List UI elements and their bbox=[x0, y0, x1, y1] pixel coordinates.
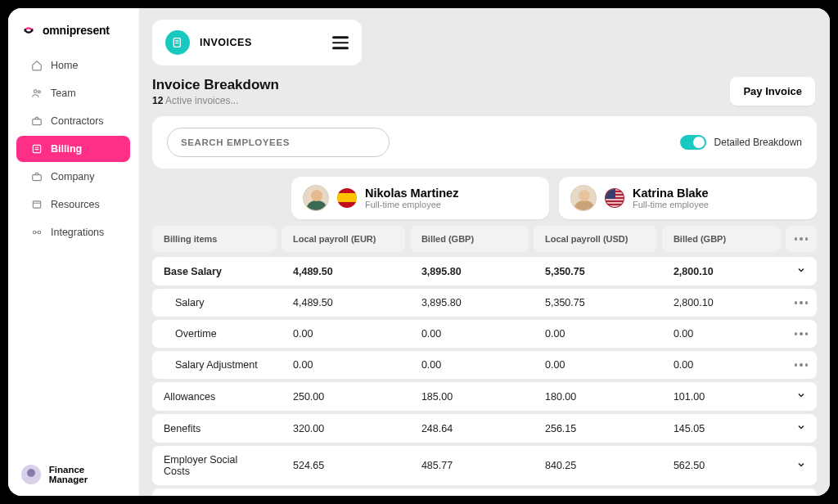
cell-label: Overtime bbox=[152, 320, 277, 348]
employee-spacer bbox=[152, 177, 282, 219]
svg-point-1 bbox=[38, 91, 40, 93]
svg-point-7 bbox=[38, 231, 41, 234]
more-icon bbox=[795, 332, 809, 335]
nav-label: Billing bbox=[51, 143, 82, 155]
nav-item-contractors[interactable]: Contractors bbox=[16, 108, 130, 134]
more-icon bbox=[795, 237, 809, 241]
table-row[interactable]: Base Salary4,489.503,895.805,350.752,800… bbox=[152, 257, 817, 286]
avatar-icon bbox=[303, 185, 329, 211]
page-title: Invoice Breakdown bbox=[152, 77, 279, 93]
nav-item-company[interactable]: Company bbox=[16, 164, 130, 190]
pay-invoice-button[interactable]: Pay Invoice bbox=[730, 77, 815, 106]
invoices-pill[interactable]: INVOICES bbox=[152, 20, 362, 65]
cell-billed-b: 562.50 bbox=[662, 446, 781, 485]
brand-name: omnipresent bbox=[43, 24, 110, 37]
invoice-sub-text: Active invoices... bbox=[163, 95, 238, 106]
svg-point-0 bbox=[34, 90, 38, 93]
th-actions[interactable] bbox=[786, 226, 817, 252]
table-row: Overtime0.000.000.000.00 bbox=[152, 320, 817, 348]
nav-item-integrations[interactable]: Integrations bbox=[16, 219, 130, 245]
cell-billed-a: 3,895.80 bbox=[410, 257, 529, 286]
cell-billed-a: 485.77 bbox=[410, 446, 529, 485]
row-action[interactable] bbox=[786, 446, 817, 485]
cell-local-b: 256.15 bbox=[534, 414, 657, 443]
cell-billed-b: 2,800.10 bbox=[662, 257, 781, 286]
table-row[interactable]: Allowances250.00185.00180.00101.00 bbox=[152, 382, 817, 411]
usa-flag-icon bbox=[605, 188, 624, 208]
invoices-label: INVOICES bbox=[200, 37, 252, 48]
nav-item-resources[interactable]: Resources bbox=[16, 191, 130, 218]
detailed-toggle-wrap: Detailed Breakdown bbox=[680, 135, 802, 150]
row-action[interactable] bbox=[786, 414, 817, 443]
cell-billed-a: 75.50 bbox=[410, 488, 529, 496]
cell-local-a: 90.00 bbox=[282, 488, 405, 496]
employee-cards: Nikolas Martinez Full-time employee Katr… bbox=[139, 177, 830, 226]
cell-billed-b: 145.05 bbox=[662, 414, 781, 443]
cell-label: Employer Social Costs bbox=[152, 446, 277, 485]
employee-info: Nikolas Martinez Full-time employee bbox=[365, 187, 458, 209]
detailed-toggle[interactable] bbox=[680, 135, 706, 150]
cell-billed-b: 0.00 bbox=[662, 320, 781, 348]
nav-item-home[interactable]: Home bbox=[16, 52, 130, 79]
briefcase-icon bbox=[31, 115, 43, 127]
cell-local-b: 0.00 bbox=[534, 351, 657, 379]
cell-label: Base Salary bbox=[152, 257, 277, 286]
cell-local-a: 4,489.50 bbox=[282, 289, 405, 317]
employee-card-katrina[interactable]: Katrina Blake Full-time employee bbox=[559, 177, 817, 219]
th-billed-gbp-2: Billed (GBP) bbox=[662, 226, 781, 252]
nav-label: Contractors bbox=[51, 115, 104, 127]
row-action[interactable] bbox=[786, 351, 817, 379]
employee-role: Full-time employee bbox=[633, 200, 709, 209]
nav-label: Resources bbox=[51, 199, 100, 210]
table-row[interactable]: Benefits320.00248.64256.15145.05 bbox=[152, 414, 817, 443]
table: Billing items Local payroll (EUR) Billed… bbox=[139, 226, 830, 496]
chevron-down-icon bbox=[796, 422, 806, 434]
th-local-usd: Local payroll (USD) bbox=[534, 226, 657, 252]
brand-logo-icon bbox=[21, 23, 36, 38]
employee-info: Katrina Blake Full-time employee bbox=[633, 187, 709, 209]
row-action[interactable] bbox=[786, 320, 817, 348]
main: INVOICES Invoice Breakdown 12 Active inv… bbox=[139, 8, 830, 496]
row-action[interactable] bbox=[786, 257, 817, 286]
chevron-down-icon bbox=[796, 390, 806, 403]
employee-name: Katrina Blake bbox=[633, 187, 709, 200]
brand: omnipresent bbox=[8, 23, 138, 52]
menu-icon[interactable] bbox=[332, 33, 349, 52]
search-input[interactable] bbox=[167, 128, 390, 157]
cell-label: Salary Adjustment bbox=[152, 351, 277, 379]
cell-local-a: 0.00 bbox=[282, 320, 405, 348]
cell-local-b: 5,350.75 bbox=[534, 257, 657, 286]
cell-label: Benefits bbox=[152, 414, 277, 443]
employee-role: Full-time employee bbox=[365, 200, 458, 209]
cell-billed-a: 3,895.80 bbox=[410, 289, 529, 317]
company-icon bbox=[31, 171, 43, 182]
cell-local-b: 120.00 bbox=[534, 488, 657, 496]
cell-billed-a: 0.00 bbox=[410, 320, 529, 348]
nav-item-billing[interactable]: Billing bbox=[16, 136, 130, 162]
cell-label: Salary bbox=[152, 289, 277, 317]
nav-item-team[interactable]: Team bbox=[16, 80, 130, 106]
svg-point-6 bbox=[33, 231, 36, 234]
row-action[interactable] bbox=[786, 382, 817, 411]
more-icon bbox=[795, 301, 809, 304]
row-action[interactable] bbox=[786, 488, 817, 496]
home-icon bbox=[31, 60, 43, 71]
spain-flag-icon bbox=[337, 188, 357, 208]
sidebar-footer: Finance Manager bbox=[8, 453, 138, 496]
table-row[interactable]: Insurance90.0075.50120.0082.00 bbox=[152, 488, 817, 496]
cell-local-b: 180.00 bbox=[534, 382, 657, 411]
th-local-eur: Local payroll (EUR) bbox=[282, 226, 405, 252]
avatar-icon bbox=[570, 185, 597, 211]
topbar: INVOICES bbox=[139, 8, 830, 65]
cell-local-a: 0.00 bbox=[282, 351, 405, 379]
table-row[interactable]: Employer Social Costs524.65485.77840.255… bbox=[152, 446, 817, 485]
row-action[interactable] bbox=[786, 289, 817, 317]
team-icon bbox=[31, 88, 43, 99]
nav-label: Home bbox=[51, 60, 78, 71]
controls-card: Detailed Breakdown bbox=[152, 116, 817, 169]
cell-local-a: 524.65 bbox=[282, 446, 405, 485]
page-header: Invoice Breakdown 12 Active invoices... … bbox=[139, 65, 830, 113]
table-body: Base Salary4,489.503,895.805,350.752,800… bbox=[152, 257, 817, 496]
cell-billed-a: 248.64 bbox=[410, 414, 529, 443]
employee-card-nikolas[interactable]: Nikolas Martinez Full-time employee bbox=[291, 177, 549, 219]
